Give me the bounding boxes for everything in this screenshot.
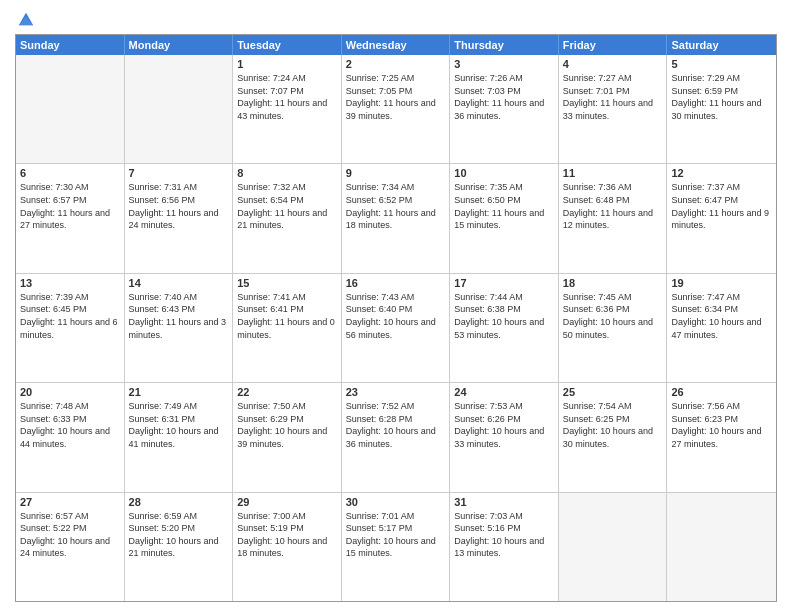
cell-day-number: 24 bbox=[454, 386, 554, 398]
header-day-friday: Friday bbox=[559, 35, 668, 55]
cell-info: Sunrise: 7:00 AMSunset: 5:19 PMDaylight:… bbox=[237, 510, 337, 560]
cell-info: Sunrise: 7:49 AMSunset: 6:31 PMDaylight:… bbox=[129, 400, 229, 450]
calendar-cell: 29Sunrise: 7:00 AMSunset: 5:19 PMDayligh… bbox=[233, 493, 342, 601]
logo-text bbox=[15, 10, 35, 28]
cell-info: Sunrise: 7:50 AMSunset: 6:29 PMDaylight:… bbox=[237, 400, 337, 450]
calendar-cell: 27Sunrise: 6:57 AMSunset: 5:22 PMDayligh… bbox=[16, 493, 125, 601]
cell-day-number: 10 bbox=[454, 167, 554, 179]
calendar-cell: 4Sunrise: 7:27 AMSunset: 7:01 PMDaylight… bbox=[559, 55, 668, 163]
cell-day-number: 6 bbox=[20, 167, 120, 179]
cell-day-number: 19 bbox=[671, 277, 772, 289]
cell-info: Sunrise: 7:03 AMSunset: 5:16 PMDaylight:… bbox=[454, 510, 554, 560]
cell-day-number: 9 bbox=[346, 167, 446, 179]
header-day-thursday: Thursday bbox=[450, 35, 559, 55]
cell-day-number: 29 bbox=[237, 496, 337, 508]
cell-info: Sunrise: 7:37 AMSunset: 6:47 PMDaylight:… bbox=[671, 181, 772, 231]
calendar-cell: 5Sunrise: 7:29 AMSunset: 6:59 PMDaylight… bbox=[667, 55, 776, 163]
calendar-cell: 11Sunrise: 7:36 AMSunset: 6:48 PMDayligh… bbox=[559, 164, 668, 272]
cell-day-number: 25 bbox=[563, 386, 663, 398]
cell-day-number: 3 bbox=[454, 58, 554, 70]
cell-info: Sunrise: 7:01 AMSunset: 5:17 PMDaylight:… bbox=[346, 510, 446, 560]
cell-info: Sunrise: 7:32 AMSunset: 6:54 PMDaylight:… bbox=[237, 181, 337, 231]
cell-day-number: 1 bbox=[237, 58, 337, 70]
calendar-cell: 14Sunrise: 7:40 AMSunset: 6:43 PMDayligh… bbox=[125, 274, 234, 382]
cell-day-number: 4 bbox=[563, 58, 663, 70]
calendar-cell: 15Sunrise: 7:41 AMSunset: 6:41 PMDayligh… bbox=[233, 274, 342, 382]
header-day-monday: Monday bbox=[125, 35, 234, 55]
calendar-cell: 2Sunrise: 7:25 AMSunset: 7:05 PMDaylight… bbox=[342, 55, 451, 163]
logo-icon bbox=[17, 10, 35, 28]
calendar-cell: 30Sunrise: 7:01 AMSunset: 5:17 PMDayligh… bbox=[342, 493, 451, 601]
cell-info: Sunrise: 6:57 AMSunset: 5:22 PMDaylight:… bbox=[20, 510, 120, 560]
cell-info: Sunrise: 7:41 AMSunset: 6:41 PMDaylight:… bbox=[237, 291, 337, 341]
calendar-cell: 9Sunrise: 7:34 AMSunset: 6:52 PMDaylight… bbox=[342, 164, 451, 272]
calendar-row-5: 27Sunrise: 6:57 AMSunset: 5:22 PMDayligh… bbox=[16, 493, 776, 601]
cell-info: Sunrise: 7:34 AMSunset: 6:52 PMDaylight:… bbox=[346, 181, 446, 231]
cell-day-number: 31 bbox=[454, 496, 554, 508]
cell-info: Sunrise: 7:53 AMSunset: 6:26 PMDaylight:… bbox=[454, 400, 554, 450]
cell-info: Sunrise: 7:35 AMSunset: 6:50 PMDaylight:… bbox=[454, 181, 554, 231]
cell-day-number: 23 bbox=[346, 386, 446, 398]
calendar-cell: 26Sunrise: 7:56 AMSunset: 6:23 PMDayligh… bbox=[667, 383, 776, 491]
calendar-cell: 23Sunrise: 7:52 AMSunset: 6:28 PMDayligh… bbox=[342, 383, 451, 491]
cell-day-number: 13 bbox=[20, 277, 120, 289]
cell-info: Sunrise: 7:24 AMSunset: 7:07 PMDaylight:… bbox=[237, 72, 337, 122]
cell-day-number: 11 bbox=[563, 167, 663, 179]
cell-info: Sunrise: 7:25 AMSunset: 7:05 PMDaylight:… bbox=[346, 72, 446, 122]
calendar-row-4: 20Sunrise: 7:48 AMSunset: 6:33 PMDayligh… bbox=[16, 383, 776, 492]
cell-day-number: 22 bbox=[237, 386, 337, 398]
calendar-header: SundayMondayTuesdayWednesdayThursdayFrid… bbox=[16, 35, 776, 55]
header-day-saturday: Saturday bbox=[667, 35, 776, 55]
calendar-cell: 31Sunrise: 7:03 AMSunset: 5:16 PMDayligh… bbox=[450, 493, 559, 601]
calendar-cell bbox=[667, 493, 776, 601]
calendar-cell: 10Sunrise: 7:35 AMSunset: 6:50 PMDayligh… bbox=[450, 164, 559, 272]
cell-info: Sunrise: 7:52 AMSunset: 6:28 PMDaylight:… bbox=[346, 400, 446, 450]
calendar-cell: 20Sunrise: 7:48 AMSunset: 6:33 PMDayligh… bbox=[16, 383, 125, 491]
cell-info: Sunrise: 7:44 AMSunset: 6:38 PMDaylight:… bbox=[454, 291, 554, 341]
calendar-row-2: 6Sunrise: 7:30 AMSunset: 6:57 PMDaylight… bbox=[16, 164, 776, 273]
svg-marker-1 bbox=[19, 16, 33, 25]
cell-info: Sunrise: 7:54 AMSunset: 6:25 PMDaylight:… bbox=[563, 400, 663, 450]
cell-info: Sunrise: 7:56 AMSunset: 6:23 PMDaylight:… bbox=[671, 400, 772, 450]
cell-info: Sunrise: 7:27 AMSunset: 7:01 PMDaylight:… bbox=[563, 72, 663, 122]
header-day-sunday: Sunday bbox=[16, 35, 125, 55]
calendar-cell: 13Sunrise: 7:39 AMSunset: 6:45 PMDayligh… bbox=[16, 274, 125, 382]
cell-day-number: 30 bbox=[346, 496, 446, 508]
calendar-page: SundayMondayTuesdayWednesdayThursdayFrid… bbox=[0, 0, 792, 612]
calendar-cell bbox=[559, 493, 668, 601]
calendar-cell: 18Sunrise: 7:45 AMSunset: 6:36 PMDayligh… bbox=[559, 274, 668, 382]
calendar-cell: 16Sunrise: 7:43 AMSunset: 6:40 PMDayligh… bbox=[342, 274, 451, 382]
cell-day-number: 2 bbox=[346, 58, 446, 70]
calendar-cell: 12Sunrise: 7:37 AMSunset: 6:47 PMDayligh… bbox=[667, 164, 776, 272]
cell-day-number: 27 bbox=[20, 496, 120, 508]
cell-day-number: 5 bbox=[671, 58, 772, 70]
calendar-cell: 22Sunrise: 7:50 AMSunset: 6:29 PMDayligh… bbox=[233, 383, 342, 491]
cell-info: Sunrise: 6:59 AMSunset: 5:20 PMDaylight:… bbox=[129, 510, 229, 560]
cell-day-number: 18 bbox=[563, 277, 663, 289]
calendar-cell: 21Sunrise: 7:49 AMSunset: 6:31 PMDayligh… bbox=[125, 383, 234, 491]
cell-info: Sunrise: 7:39 AMSunset: 6:45 PMDaylight:… bbox=[20, 291, 120, 341]
calendar-cell: 1Sunrise: 7:24 AMSunset: 7:07 PMDaylight… bbox=[233, 55, 342, 163]
cell-info: Sunrise: 7:40 AMSunset: 6:43 PMDaylight:… bbox=[129, 291, 229, 341]
cell-info: Sunrise: 7:43 AMSunset: 6:40 PMDaylight:… bbox=[346, 291, 446, 341]
cell-day-number: 28 bbox=[129, 496, 229, 508]
calendar-cell: 28Sunrise: 6:59 AMSunset: 5:20 PMDayligh… bbox=[125, 493, 234, 601]
header-day-tuesday: Tuesday bbox=[233, 35, 342, 55]
calendar-cell: 25Sunrise: 7:54 AMSunset: 6:25 PMDayligh… bbox=[559, 383, 668, 491]
calendar-row-1: 1Sunrise: 7:24 AMSunset: 7:07 PMDaylight… bbox=[16, 55, 776, 164]
calendar-cell: 24Sunrise: 7:53 AMSunset: 6:26 PMDayligh… bbox=[450, 383, 559, 491]
cell-info: Sunrise: 7:26 AMSunset: 7:03 PMDaylight:… bbox=[454, 72, 554, 122]
calendar-body: 1Sunrise: 7:24 AMSunset: 7:07 PMDaylight… bbox=[16, 55, 776, 601]
calendar: SundayMondayTuesdayWednesdayThursdayFrid… bbox=[15, 34, 777, 602]
calendar-cell bbox=[16, 55, 125, 163]
calendar-cell: 3Sunrise: 7:26 AMSunset: 7:03 PMDaylight… bbox=[450, 55, 559, 163]
calendar-cell: 7Sunrise: 7:31 AMSunset: 6:56 PMDaylight… bbox=[125, 164, 234, 272]
cell-day-number: 7 bbox=[129, 167, 229, 179]
cell-day-number: 15 bbox=[237, 277, 337, 289]
cell-info: Sunrise: 7:48 AMSunset: 6:33 PMDaylight:… bbox=[20, 400, 120, 450]
cell-day-number: 26 bbox=[671, 386, 772, 398]
calendar-cell bbox=[125, 55, 234, 163]
calendar-row-3: 13Sunrise: 7:39 AMSunset: 6:45 PMDayligh… bbox=[16, 274, 776, 383]
header-day-wednesday: Wednesday bbox=[342, 35, 451, 55]
cell-day-number: 12 bbox=[671, 167, 772, 179]
